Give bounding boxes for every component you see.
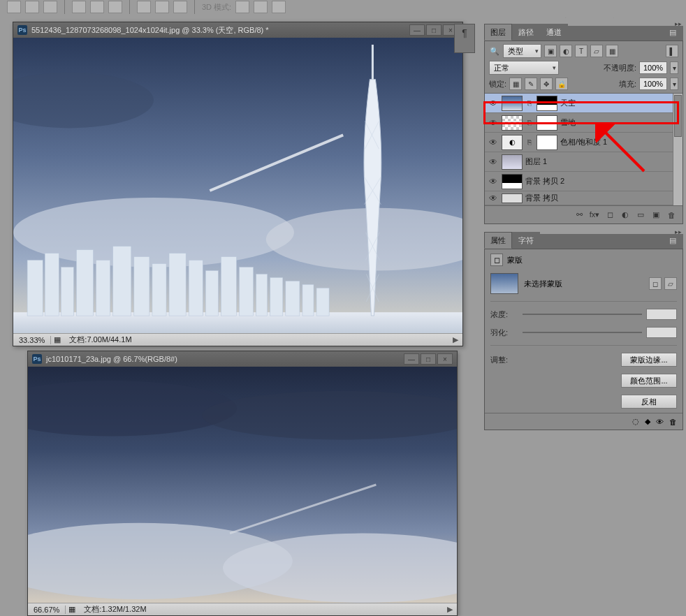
layer-row-bgcopy[interactable]: 👁 背景 拷贝 — [485, 191, 683, 205]
statusbar-icon[interactable]: ▦ — [51, 335, 64, 344]
minimize-button[interactable]: — — [404, 353, 419, 365]
new-group-icon[interactable]: ▭ — [635, 210, 646, 221]
new-layer-icon[interactable]: ▣ — [650, 210, 662, 221]
density-slider[interactable]: 浓度: — [490, 309, 677, 320]
visibility-icon[interactable]: 👁 — [488, 193, 499, 204]
tab-character[interactable]: 字符 — [512, 232, 540, 249]
doc2-canvas[interactable] — [28, 367, 457, 603]
layer-name[interactable]: 背景 拷贝 2 — [525, 176, 564, 186]
opt-btn-9[interactable] — [173, 1, 187, 13]
layer-row-snow[interactable]: 👁 ⎘ 雪地 — [485, 113, 683, 133]
invert-button[interactable]: 反相 — [621, 395, 677, 409]
feather-value[interactable] — [646, 327, 677, 338]
lock-position-icon[interactable]: ✥ — [540, 78, 553, 90]
mask-thumb[interactable] — [537, 115, 557, 131]
link-icon[interactable]: ⎘ — [525, 138, 534, 146]
link-icon[interactable]: ⎘ — [525, 99, 534, 107]
fill-arrow-icon[interactable]: ▾ — [670, 78, 678, 90]
delete-layer-icon[interactable]: 🗑 — [666, 210, 677, 221]
opt-btn-5[interactable] — [90, 1, 104, 13]
vector-mask-icon[interactable]: ▱ — [664, 277, 677, 290]
statusbar-icon[interactable]: ▦ — [66, 605, 78, 614]
opt-btn-2[interactable] — [25, 1, 39, 13]
doc1-zoom[interactable]: 33.33% — [13, 336, 51, 344]
tab-channels[interactable]: 通道 — [540, 24, 568, 41]
panel-menu-icon[interactable]: ▤ — [669, 236, 680, 246]
layer-name[interactable]: 雪地 — [560, 117, 576, 128]
visibility-icon[interactable]: 👁 — [488, 98, 499, 109]
panel-collapse-icon[interactable]: ▸▸ — [675, 20, 683, 26]
filter-toggle-icon[interactable]: ▌ — [666, 45, 678, 57]
mode3d-btn-2[interactable] — [254, 1, 268, 13]
load-selection-icon[interactable]: ◌ — [632, 417, 639, 426]
filter-smart-icon[interactable]: ▦ — [606, 45, 618, 57]
mask-thumb[interactable] — [537, 135, 557, 150]
layer-name[interactable]: 图层 1 — [525, 156, 547, 167]
layer-thumb[interactable] — [502, 96, 523, 111]
mask-preview-thumb[interactable] — [490, 273, 518, 294]
doc1-titlebar[interactable]: Ps 5512436_1287073268098_1024x1024it.jpg… — [13, 22, 462, 38]
fill-value[interactable]: 100% — [639, 78, 667, 90]
lock-transparency-icon[interactable]: ▦ — [509, 78, 522, 90]
tab-paths[interactable]: 路径 — [512, 24, 540, 41]
link-icon[interactable]: ⎘ — [525, 119, 534, 126]
opt-btn-8[interactable] — [155, 1, 169, 13]
layer-name[interactable]: 色相/饱和度 1 — [560, 137, 607, 147]
filter-shape-icon[interactable]: ▱ — [590, 45, 603, 57]
maximize-button[interactable]: □ — [426, 24, 441, 36]
mode3d-btn-1[interactable] — [235, 1, 249, 13]
mask-thumb[interactable] — [537, 96, 557, 111]
doc2-titlebar[interactable]: Ps jc1010171_23a.jpg @ 66.7%(RGB/8#) — □… — [28, 351, 457, 367]
layer-thumb[interactable] — [502, 193, 523, 203]
layer-row-huesat[interactable]: 👁 ◐ ⎘ 色相/饱和度 1 — [485, 133, 683, 152]
statusbar-menu-arrow[interactable]: ▶ — [448, 335, 462, 344]
layer-style-icon[interactable]: fx▾ — [589, 210, 600, 221]
visibility-icon[interactable]: 👁 — [488, 137, 499, 148]
visibility-icon[interactable]: 👁 — [488, 117, 499, 129]
mask-mode-icon[interactable]: ◻ — [490, 254, 503, 266]
minimize-button[interactable]: — — [409, 24, 425, 36]
search-icon[interactable]: 🔍 — [489, 47, 500, 56]
opacity-arrow-icon[interactable]: ▾ — [670, 61, 678, 74]
filter-pixel-icon[interactable]: ▣ — [544, 45, 557, 57]
doc2-zoom[interactable]: 66.67% — [28, 606, 66, 614]
maximize-button[interactable]: □ — [421, 353, 436, 365]
layer-row-sky[interactable]: 👁 ⎘ 天空 — [485, 94, 683, 113]
collapsed-panel-tab[interactable]: ¶ — [454, 24, 475, 53]
layer-thumb[interactable] — [502, 154, 523, 170]
mask-edge-button[interactable]: 蒙版边缘... — [621, 353, 677, 367]
doc1-canvas[interactable] — [13, 38, 462, 333]
close-button[interactable]: × — [437, 353, 453, 365]
layer-filter-dropdown[interactable]: 类型 — [503, 44, 541, 58]
apply-mask-icon[interactable]: ◆ — [645, 417, 650, 426]
opacity-value[interactable]: 100% — [639, 61, 667, 74]
panel-collapse-icon[interactable]: ▸▸ — [675, 228, 683, 234]
color-range-button[interactable]: 颜色范围... — [621, 374, 677, 388]
link-layers-icon[interactable]: ⚯ — [574, 210, 585, 221]
layer-row-bgcopy2[interactable]: 👁 背景 拷贝 2 — [485, 172, 683, 191]
density-value[interactable] — [646, 309, 677, 320]
add-mask-icon[interactable]: ◻ — [604, 210, 615, 221]
new-adjustment-icon[interactable]: ◐ — [620, 210, 631, 221]
layer-name[interactable]: 背景 拷贝 — [525, 193, 558, 203]
opt-btn-1[interactable] — [7, 1, 21, 13]
pixel-mask-icon[interactable]: ◻ — [649, 277, 662, 290]
lock-pixels-icon[interactable]: ✎ — [525, 78, 537, 90]
visibility-icon[interactable]: 👁 — [488, 156, 499, 168]
layer-name[interactable]: 天空 — [560, 98, 576, 108]
delete-mask-icon[interactable]: 🗑 — [669, 418, 677, 426]
panel-menu-icon[interactable]: ▤ — [669, 28, 680, 38]
lock-all-icon[interactable]: 🔒 — [555, 78, 568, 90]
toggle-mask-icon[interactable]: 👁 — [656, 418, 664, 426]
layer-thumb[interactable] — [502, 115, 523, 131]
mode3d-btn-3[interactable] — [272, 1, 286, 13]
adjustment-thumb[interactable]: ◐ — [502, 135, 523, 150]
layer-scrollbar[interactable] — [673, 94, 683, 205]
tab-layers[interactable]: 图层 — [484, 24, 512, 41]
tab-properties[interactable]: 属性 — [484, 232, 512, 249]
opt-btn-7[interactable] — [137, 1, 151, 13]
layer-row-layer1[interactable]: 👁 图层 1 — [485, 152, 683, 172]
feather-slider[interactable]: 羽化: — [490, 327, 677, 338]
opt-btn-6[interactable] — [108, 1, 122, 13]
opt-btn-3[interactable] — [43, 1, 57, 13]
